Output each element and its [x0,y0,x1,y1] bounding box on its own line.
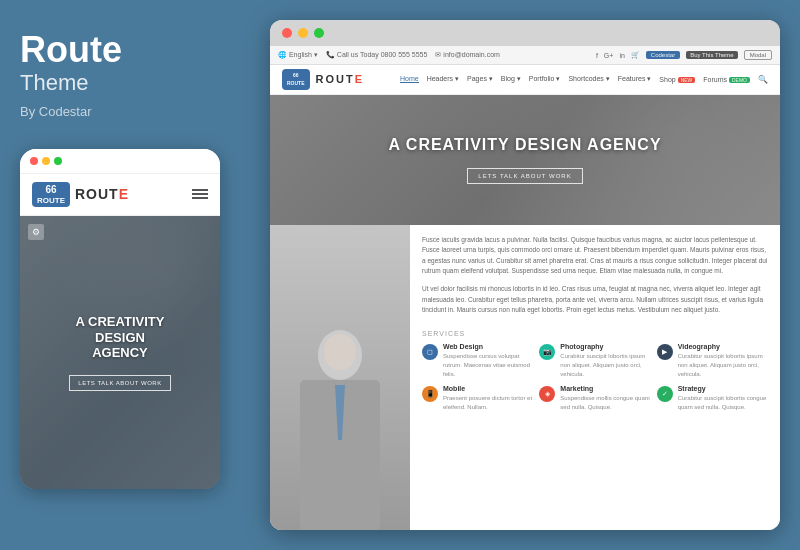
service-desc: Suspendisse cursus volutpat rutrum. Maec… [443,352,533,379]
service-item: ▶ Videography Curabitur suscipit loborti… [657,343,768,379]
site-logo-area: 66 ROUTE ROUTE [282,69,364,90]
site-logo-e: E [355,73,364,85]
nav-home[interactable]: Home [400,75,419,83]
hamburger-menu[interactable] [192,189,208,199]
mobile-dots [30,157,62,165]
social-f: f [596,52,598,59]
theme-author: By Codestar [20,104,250,119]
toolbar-email: ✉ info@domain.com [435,51,499,59]
service-icon-mobile: 📱 [422,386,438,402]
desktop-top-bar [270,20,780,46]
mobile-badge-text: ROUTE [37,196,65,205]
desktop-content: 🌐 English ▾ 📞 Call us Today 0800 555 555… [270,46,780,530]
service-desc: Curabitur suscipit lobortis congue quam … [678,394,768,412]
services-label: SERVICES [422,330,768,337]
service-title: Marketing [560,385,650,392]
toolbar-phone: 📞 Call us Today 0800 555 5555 [326,51,428,59]
svg-point-3 [324,334,356,370]
forums-badge: DEMO [729,77,750,83]
desktop-mockup: 🌐 English ▾ 📞 Call us Today 0800 555 555… [270,20,780,530]
toolbar-lang: 🌐 English ▾ [278,51,318,59]
service-details: Marketing Suspendisse mollis congue quam… [560,385,650,412]
mobile-dot-red [30,157,38,165]
hero-cta-button[interactable]: LETS TALK ABOUT WORK [467,168,582,184]
nav-blog[interactable]: Blog ▾ [501,75,521,83]
content-paragraph-2: Ut vel dolor facilisis mi rhoncus lobort… [422,284,768,315]
nav-shortcodes[interactable]: Shortcodes ▾ [568,75,609,83]
social-in: in [619,52,624,59]
content-paragraph-1: Fusce iaculis gravida lacus a pulvinar. … [422,235,768,277]
mobile-logo-text: ROUTE [75,186,129,202]
service-icon-marketing: ◈ [539,386,555,402]
service-details: Photography Curabitur suscipit lobortis … [560,343,650,379]
site-logo-badge: 66 ROUTE [282,69,310,90]
nav-forums[interactable]: Forums DEMO [703,76,750,83]
service-details: Strategy Curabitur suscipit lobortis con… [678,385,768,412]
codestar-btn[interactable]: Codestar [646,51,680,59]
mobile-dot-yellow [42,157,50,165]
gear-icon: ⚙ [28,224,44,240]
content-text: Fusce iaculis gravida lacus a pulvinar. … [410,225,780,530]
service-desc: Curabitur suscipit lobortis ipsum non al… [560,352,650,379]
nav-features[interactable]: Features ▾ [618,75,652,83]
mobile-top-bar [20,149,220,174]
buy-theme-btn[interactable]: Buy This Theme [686,51,737,59]
desktop-dot-red [282,28,292,38]
service-icon-strategy: ✓ [657,386,673,402]
mobile-hero: ⚙ A CREATIVITY DESIGN AGENCY LETS TALK A… [20,216,220,488]
toolbar-right: f G+ in 🛒 Codestar Buy This Theme Modal [596,50,772,60]
search-icon[interactable]: 🔍 [758,75,768,84]
service-icon-videography: ▶ [657,344,673,360]
shop-badge: NEW [678,77,696,83]
service-desc: Suspendisse mollis congue quam sed nulla… [560,394,650,412]
mobile-badge-num: 66 [37,184,65,196]
content-image [270,225,410,530]
social-g: G+ [604,52,614,59]
service-item: ◻ Web Design Suspendisse cursus volutpat… [422,343,533,379]
services-section: SERVICES ◻ Web Design Suspendisse cursus… [422,324,768,416]
services-grid: ◻ Web Design Suspendisse cursus volutpat… [422,343,768,412]
site-nav: 66 ROUTE ROUTE Home Headers ▾ Pages ▾ Bl… [270,65,780,95]
service-title: Web Design [443,343,533,350]
service-details: Videography Curabitur suscipit lobortis … [678,343,768,379]
nav-headers[interactable]: Headers ▾ [427,75,459,83]
mobile-route-badge: 66 ROUTE [32,182,70,208]
mobile-dot-green [54,157,62,165]
modal-btn[interactable]: Modal [744,50,772,60]
nav-pages[interactable]: Pages ▾ [467,75,493,83]
service-desc: Curabitur suscipit lobortis ipsum non al… [678,352,768,379]
mobile-mockup: 66 ROUTE ROUTE ⚙ [20,149,220,489]
service-item: ◈ Marketing Suspendisse mollis congue qu… [539,385,650,412]
service-item: 📷 Photography Curabitur suscipit loborti… [539,343,650,379]
nav-shop[interactable]: Shop NEW [659,76,695,83]
person-svg [270,310,410,530]
service-icon-photography: 📷 [539,344,555,360]
nav-portfolio[interactable]: Portfolio ▾ [529,75,561,83]
browser-toolbar: 🌐 English ▾ 📞 Call us Today 0800 555 555… [270,46,780,65]
service-details: Mobile Praesent posuere dictum tortor et… [443,385,533,412]
service-title: Strategy [678,385,768,392]
outer-container: Route Theme By Codestar 66 ROUTE [0,0,800,550]
desktop-dot-yellow [298,28,308,38]
theme-name: Route [20,30,250,70]
service-details: Web Design Suspendisse cursus volutpat r… [443,343,533,379]
site-badge-num: 66 [293,72,299,78]
service-desc: Praesent posuere dictum tortor et eleife… [443,394,533,412]
site-nav-links: Home Headers ▾ Pages ▾ Blog ▾ Portfolio … [400,75,768,84]
mobile-hero-title: A CREATIVITY DESIGN AGENCY [69,314,170,361]
mobile-nav-header: 66 ROUTE ROUTE [20,174,220,217]
left-panel: Route Theme By Codestar 66 ROUTE [20,20,250,530]
service-title: Photography [560,343,650,350]
site-badge-text: ROUTE [287,80,305,86]
mobile-hero-content: A CREATIVITY DESIGN AGENCY LETS TALK ABO… [69,314,170,391]
mobile-logo-e: E [119,186,129,202]
hamburger-line-1 [192,189,208,191]
service-icon-web design: ◻ [422,344,438,360]
service-title: Videography [678,343,768,350]
desktop-dot-green [314,28,324,38]
toolbar-left: 🌐 English ▾ 📞 Call us Today 0800 555 555… [278,51,500,59]
theme-label: Theme [20,70,250,96]
site-content: Fusce iaculis gravida lacus a pulvinar. … [270,225,780,530]
mobile-hero-cta[interactable]: LETS TALK ABOUT WORK [69,375,170,391]
site-hero: A CREATIVITY DESIGN AGENCY LETS TALK ABO… [270,95,780,225]
